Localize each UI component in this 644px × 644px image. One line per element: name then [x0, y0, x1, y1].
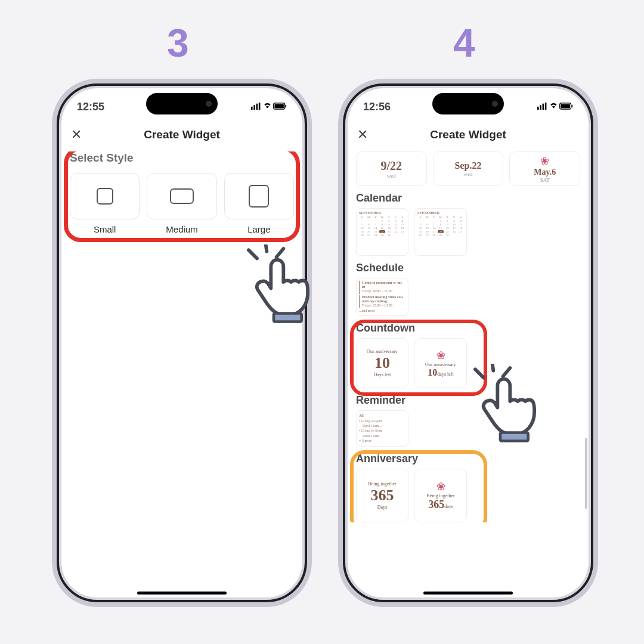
date-card-1-sub: wed [387, 173, 396, 179]
reminder-more: + 5 more [359, 438, 405, 443]
countdown-value: 10 [374, 354, 390, 372]
category-countdown: Countdown [356, 322, 580, 335]
svg-rect-2 [256, 103, 258, 109]
category-anniversary: Anniversary [356, 453, 580, 465]
svg-rect-3 [259, 103, 261, 110]
style-large-label: Large [224, 224, 294, 234]
select-style-label: Select Style [70, 151, 294, 165]
badge-icon: ❀ [540, 154, 549, 168]
date-card-3[interactable]: ❀ May.6 SAT [509, 151, 580, 186]
reminder-card[interactable]: All Going to Gym Until 12am ... Going to… [356, 410, 408, 446]
reminder-item: Going to Gym [359, 419, 405, 423]
phone-step-3: 12:55 ✕ Create Widget Select Style Small… [57, 83, 307, 602]
close-icon[interactable]: ✕ [71, 127, 82, 143]
anniversary-card-2[interactable]: ❀ Being together 365days [414, 469, 467, 522]
svg-rect-0 [251, 106, 253, 109]
svg-rect-1 [253, 105, 255, 110]
date-card-3-sub: SAT [540, 177, 550, 183]
style-medium-card[interactable] [147, 173, 216, 219]
step-number-3: 3 [167, 20, 189, 66]
anniversary-label: Being together [368, 481, 396, 487]
close-icon[interactable]: ✕ [357, 127, 368, 143]
reminder-item: Going to Gym [359, 428, 405, 433]
status-time: 12:56 [363, 101, 391, 113]
badge-icon: ❀ [436, 480, 445, 493]
svg-rect-14 [545, 103, 547, 110]
nav-bar: ✕ Create Widget [345, 123, 591, 147]
status-indicators [537, 101, 573, 113]
nav-bar: ✕ Create Widget [59, 123, 305, 147]
calendar-month: SEPTEMBER [417, 211, 464, 215]
style-medium-label: Medium [147, 224, 216, 234]
style-large-card[interactable] [224, 173, 294, 219]
countdown-card-2[interactable]: ❀ Our anniversary 10days left [414, 338, 467, 388]
style-small-card[interactable] [70, 173, 140, 219]
step-number-4: 4 [453, 20, 475, 66]
schedule-card[interactable]: Going to restaurant w/ my bfToday, 10:00… [356, 278, 408, 316]
schedule-more: ...and more [359, 309, 405, 313]
svg-rect-12 [540, 105, 541, 110]
anniversary-unit: days [444, 504, 453, 509]
category-schedule: Schedule [356, 262, 580, 274]
date-card-1-value: 9/22 [381, 159, 402, 173]
status-time: 12:55 [77, 101, 104, 113]
anniversary-label: Being together [426, 493, 454, 499]
svg-rect-5 [274, 104, 283, 108]
category-reminder: Reminder [356, 394, 580, 407]
home-indicator[interactable] [423, 592, 513, 595]
date-card-2[interactable]: Sep.22 wed [433, 151, 504, 186]
screen4-body: 9/22 wed Sep.22 wed ❀ May.6 SAT Calendar… [345, 151, 591, 522]
schedule-item-time: Today, 10:00 – 11:00 [362, 289, 392, 293]
date-card-3-value: May.6 [534, 168, 556, 177]
countdown-label: Our anniversary [367, 349, 398, 354]
screen3-body: Select Style Small Medium Large [59, 151, 305, 582]
anniversary-value: 365 [428, 499, 444, 510]
style-small-label: Small [70, 224, 140, 234]
calendar-card-1[interactable]: SEPTEMBER SMTWTFS12345678910111213141516… [356, 208, 408, 256]
calendar-month: SEPTEMBER [359, 211, 405, 215]
calendar-grid: SMTWTFS123456789101112131415161718192021… [359, 216, 405, 237]
date-card-2-sub: wed [464, 171, 473, 177]
category-calendar: Calendar [356, 192, 580, 205]
phone-step-4: 12:56 ✕ Create Widget 9/22 wed Sep.22 we… [343, 83, 593, 602]
schedule-item-title: Product meeting video call with my coule… [362, 295, 402, 303]
countdown-card-1[interactable]: Our anniversary 10 Days left [356, 338, 408, 388]
status-bar: 12:56 [345, 98, 591, 116]
reminder-item: Until 12am ... [359, 434, 405, 438]
reminder-item: Until 12am ... [359, 423, 405, 428]
svg-rect-17 [571, 104, 572, 107]
svg-rect-11 [537, 106, 539, 109]
anniversary-card-1[interactable]: Being together 365 Days [356, 469, 408, 522]
schedule-item-time: Today, 12:00 – 13:00 [362, 304, 392, 307]
svg-rect-13 [543, 103, 544, 109]
calendar-grid: SMTWTFS123456789101112131415161718192021… [417, 216, 464, 237]
scrollbar[interactable] [585, 438, 587, 509]
countdown-value: 10 [428, 367, 437, 377]
date-card-1[interactable]: 9/22 wed [356, 151, 427, 186]
schedule-item-title: Going to restaurant w/ my bf [362, 281, 402, 289]
countdown-label: Our anniversary [425, 362, 456, 367]
status-indicators [251, 101, 287, 113]
calendar-card-2[interactable]: SEPTEMBER SMTWTFS12345678910111213141516… [414, 208, 467, 256]
date-card-2-value: Sep.22 [455, 160, 482, 171]
anniversary-value: 365 [371, 487, 394, 504]
home-indicator[interactable] [137, 592, 227, 595]
countdown-unit: days left [437, 371, 453, 377]
svg-rect-6 [285, 104, 286, 107]
svg-rect-16 [561, 104, 569, 108]
countdown-unit: Days left [373, 372, 391, 377]
page-title: Create Widget [430, 128, 506, 141]
anniversary-unit: Days [377, 504, 387, 510]
badge-icon: ❀ [436, 349, 445, 362]
status-bar: 12:55 [59, 98, 305, 116]
reminder-header: All [359, 414, 364, 417]
page-title: Create Widget [144, 128, 220, 141]
